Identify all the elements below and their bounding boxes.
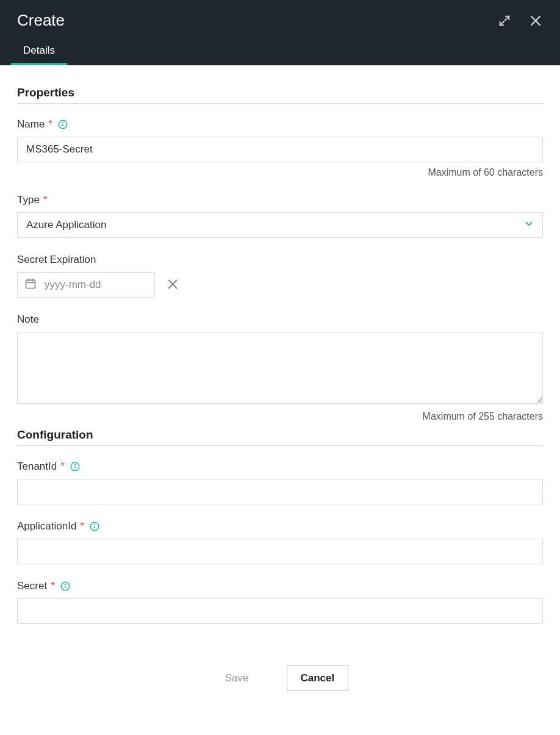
label-type: Type * xyxy=(17,194,543,206)
required-marker: * xyxy=(51,580,55,592)
label-tenant-id-text: TenantId xyxy=(17,461,57,473)
label-secret-expiration: Secret Expiration xyxy=(17,254,543,266)
section-title-properties: Properties xyxy=(17,86,543,99)
svg-point-16 xyxy=(95,525,95,525)
label-name: Name * xyxy=(17,118,543,131)
svg-point-4 xyxy=(63,123,63,123)
field-secret: Secret * xyxy=(17,580,543,624)
type-select[interactable]: Azure Application xyxy=(17,212,543,238)
label-tenant-id: TenantId * xyxy=(17,461,543,473)
dialog-title: Create xyxy=(17,11,65,30)
label-secret: Secret * xyxy=(17,580,543,592)
required-marker: * xyxy=(48,118,52,131)
svg-point-19 xyxy=(65,584,65,585)
calendar-icon xyxy=(24,278,37,292)
save-button: Save xyxy=(212,666,262,690)
note-input[interactable] xyxy=(17,332,543,404)
info-icon[interactable] xyxy=(57,119,68,130)
svg-rect-5 xyxy=(26,280,35,288)
secret-expiration-input[interactable] xyxy=(17,272,155,298)
dialog-header: Create Details xyxy=(0,0,560,65)
label-application-id-text: ApplicationId xyxy=(17,520,76,532)
field-tenant-id: TenantId * xyxy=(17,461,543,504)
name-input[interactable] xyxy=(17,137,543,162)
secret-input[interactable] xyxy=(17,598,543,624)
note-helper: Maximum of 255 characters xyxy=(17,411,543,422)
label-note-text: Note xyxy=(17,314,39,326)
name-helper: Maximum of 60 characters xyxy=(17,167,543,178)
tabs: Details xyxy=(0,36,560,65)
required-marker: * xyxy=(80,520,84,532)
label-type-text: Type xyxy=(17,194,40,206)
label-application-id: ApplicationId * xyxy=(17,520,543,532)
section-title-configuration: Configuration xyxy=(17,428,543,442)
tab-details[interactable]: Details xyxy=(11,36,67,65)
dialog-footer: Save Cancel xyxy=(0,652,560,709)
section-divider xyxy=(17,445,543,446)
required-marker: * xyxy=(60,461,65,473)
info-icon[interactable] xyxy=(70,461,81,472)
field-note: Note Maximum of 255 characters xyxy=(17,314,543,422)
svg-point-13 xyxy=(74,465,75,465)
section-configuration: Configuration TenantId * ApplicationId * xyxy=(17,428,543,624)
label-secret-expiration-text: Secret Expiration xyxy=(17,254,96,266)
field-type: Type * Azure Application xyxy=(17,194,543,238)
cancel-button[interactable]: Cancel xyxy=(287,665,349,691)
field-name: Name * Maximum of 60 characters xyxy=(17,118,543,178)
expand-icon[interactable] xyxy=(498,14,511,27)
clear-date-icon[interactable] xyxy=(166,278,179,293)
dialog-body: Properties Name * Maximum of 60 characte… xyxy=(0,65,560,652)
field-secret-expiration: Secret Expiration xyxy=(17,254,543,298)
info-icon[interactable] xyxy=(60,581,71,592)
label-name-text: Name xyxy=(17,118,45,131)
field-application-id: ApplicationId * xyxy=(17,520,543,564)
label-note: Note xyxy=(17,314,543,326)
section-properties: Properties Name * Maximum of 60 characte… xyxy=(17,86,543,422)
tenant-id-input[interactable] xyxy=(17,479,543,504)
section-divider xyxy=(17,103,543,104)
required-marker: * xyxy=(43,194,48,206)
label-secret-text: Secret xyxy=(17,580,47,592)
close-icon[interactable] xyxy=(528,13,543,28)
application-id-input[interactable] xyxy=(17,539,543,564)
info-icon[interactable] xyxy=(89,521,100,532)
